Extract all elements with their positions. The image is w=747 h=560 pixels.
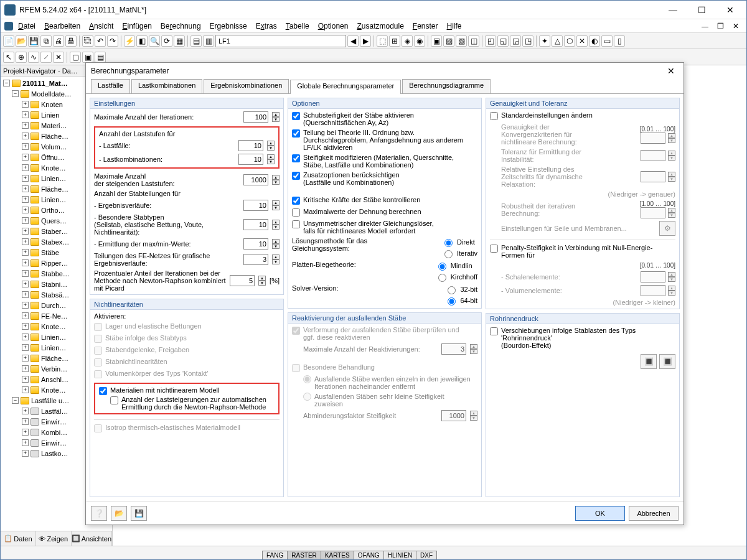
chk-material[interactable] <box>99 387 107 395</box>
tb-icon[interactable]: △ <box>552 35 563 47</box>
menu-extras[interactable]: Extras <box>252 21 281 32</box>
view-options-button[interactable]: 🔳 <box>641 354 657 369</box>
chk-unsym[interactable] <box>292 220 300 228</box>
status-dxf[interactable]: DXF <box>416 551 437 559</box>
radio-kirchhoff[interactable] <box>438 274 446 282</box>
ergebnis-spinner[interactable] <box>243 200 268 211</box>
open-icon[interactable]: 📂 <box>16 35 27 47</box>
copy-icon[interactable]: ⿻ <box>82 35 93 47</box>
menu-ansicht[interactable]: Ansicht <box>85 21 117 32</box>
menu-ergebnisse[interactable]: Ergebnisse <box>206 21 251 32</box>
list1-icon[interactable]: ▤ <box>190 35 202 47</box>
undo-icon[interactable]: ↶ <box>95 35 106 47</box>
tb-icon[interactable]: ▯ <box>614 35 625 47</box>
save-icon[interactable]: 💾 <box>28 35 39 47</box>
mdi-restore-icon[interactable]: ❐ <box>713 21 728 32</box>
units-button[interactable]: 🔳 <box>659 354 675 369</box>
max-iter-spinner[interactable] <box>243 111 268 123</box>
lastfaelle-spinner[interactable] <box>238 140 263 151</box>
lastkombi-spinner[interactable] <box>238 154 263 165</box>
tb-icon[interactable]: ▭ <box>601 35 613 47</box>
bolt-icon[interactable]: ⚡ <box>124 35 135 47</box>
mdi-close-icon[interactable]: ✕ <box>729 21 743 32</box>
zoom-icon[interactable]: 🔍 <box>149 35 160 47</box>
menu-optionen[interactable]: Optionen <box>314 21 352 32</box>
table-icon[interactable]: ▦ <box>174 35 185 47</box>
radio-iterativ[interactable] <box>444 250 453 258</box>
tb2-icon[interactable]: ↖ <box>3 52 14 63</box>
tb2-icon[interactable]: ⊕ <box>16 52 27 63</box>
menu-fenster[interactable]: Fenster <box>409 21 442 32</box>
loadcase-combo[interactable]: LF1 <box>215 35 346 47</box>
tb-icon[interactable]: ◰ <box>485 35 496 47</box>
tb-icon[interactable]: ◱ <box>497 35 509 47</box>
prev-icon[interactable]: ◀ <box>347 35 359 47</box>
chk-material-sub[interactable] <box>110 396 118 404</box>
new-icon[interactable]: 📄 <box>3 35 14 47</box>
tb2-icon[interactable]: ▣ <box>82 52 93 63</box>
max-steig-spinner[interactable] <box>243 174 268 185</box>
radio-direkt[interactable] <box>444 239 453 247</box>
tab-ergebniskombinationen[interactable]: Ergebniskombinationen <box>204 79 289 93</box>
cancel-button[interactable]: Abbrechen <box>629 506 679 521</box>
refresh-icon[interactable]: ⟳ <box>161 35 172 47</box>
save-settings-button[interactable]: 💾 <box>131 506 147 521</box>
menu-berechnung[interactable]: Berechnung <box>157 21 205 32</box>
tb2-icon[interactable]: ∿ <box>28 52 39 63</box>
chk-zusatz[interactable] <box>292 172 300 180</box>
menu-zusatzmodule[interactable]: Zusatzmodule <box>353 21 407 32</box>
list2-icon[interactable]: ▥ <box>203 35 214 47</box>
tb2-icon[interactable]: ▢ <box>70 52 81 63</box>
status-kartes[interactable]: KARTES <box>321 551 354 559</box>
menu-datei[interactable]: Datei <box>14 21 39 32</box>
help-button[interactable]: ❔ <box>91 506 107 521</box>
tb-icon[interactable]: ✕ <box>576 35 588 47</box>
open-button[interactable]: 📂 <box>111 506 127 521</box>
radio-64bit[interactable] <box>448 297 456 306</box>
tab-lastkombinationen[interactable]: Lastkombinationen <box>131 79 202 93</box>
status-hlinien[interactable]: HLINIEN <box>383 551 416 559</box>
chk-steif[interactable] <box>292 154 300 162</box>
redo-icon[interactable]: ↷ <box>107 35 118 47</box>
tb-icon[interactable]: ⬚ <box>377 35 388 47</box>
close-button[interactable]: ✕ <box>718 1 743 19</box>
maximize-button[interactable]: ☐ <box>689 1 714 19</box>
tb-icon[interactable]: ◳ <box>522 35 533 47</box>
menu-tabelle[interactable]: Tabelle <box>282 21 313 32</box>
tb-icon[interactable]: ◐ <box>589 35 600 47</box>
multi-icon[interactable]: ⧉ <box>40 35 52 47</box>
tb-icon[interactable]: ⬡ <box>564 35 575 47</box>
tb2-icon[interactable]: ✕ <box>53 52 64 63</box>
radio-mindlin[interactable] <box>438 263 446 271</box>
menu-einfuegen[interactable]: Einfügen <box>118 21 155 32</box>
tab-berechnungsdiagramme[interactable]: Berechnungsdiagramme <box>402 79 491 93</box>
fenetz-spinner[interactable] <box>243 254 268 265</box>
radio-32bit[interactable] <box>448 286 456 294</box>
maxmin-spinner[interactable] <box>243 238 268 250</box>
nav-tab-zeigen[interactable]: 👁 Zeigen <box>36 531 72 546</box>
menu-hilfe[interactable]: Hilfe <box>443 21 466 32</box>
besondere-spinner[interactable] <box>243 219 268 230</box>
mdi-min-icon[interactable]: — <box>698 21 712 31</box>
tb-icon[interactable]: ◉ <box>414 35 425 47</box>
tb2-icon[interactable]: ▤ <box>95 52 106 63</box>
chk-bourdon[interactable] <box>490 327 498 335</box>
chk-kritische[interactable] <box>292 197 300 205</box>
status-raster[interactable]: RASTER <box>287 551 321 559</box>
tb-icon[interactable]: ◈ <box>402 35 413 47</box>
tab-globale-berechnung[interactable]: Globale Berechnungsparameter <box>290 80 401 94</box>
nav-tab-daten[interactable]: 📋 Daten <box>1 531 36 546</box>
tb2-icon[interactable]: ⟋ <box>40 52 52 63</box>
status-ofang[interactable]: OFANG <box>354 551 384 559</box>
tb-icon[interactable]: ✦ <box>539 35 550 47</box>
menu-bearbeiten[interactable]: Bearbeiten <box>40 21 84 32</box>
status-fang[interactable]: FANG <box>262 551 288 559</box>
tb-icon[interactable]: ⊞ <box>389 35 400 47</box>
picard-spinner[interactable] <box>230 275 255 286</box>
chk-teilung[interactable] <box>292 129 300 138</box>
tb-icon[interactable]: ▣ <box>431 35 442 47</box>
tb-icon[interactable]: ▨ <box>443 35 454 47</box>
ok-button[interactable]: OK <box>575 506 625 521</box>
minimize-button[interactable]: — <box>660 1 685 19</box>
tb-icon[interactable]: ◲ <box>510 35 521 47</box>
